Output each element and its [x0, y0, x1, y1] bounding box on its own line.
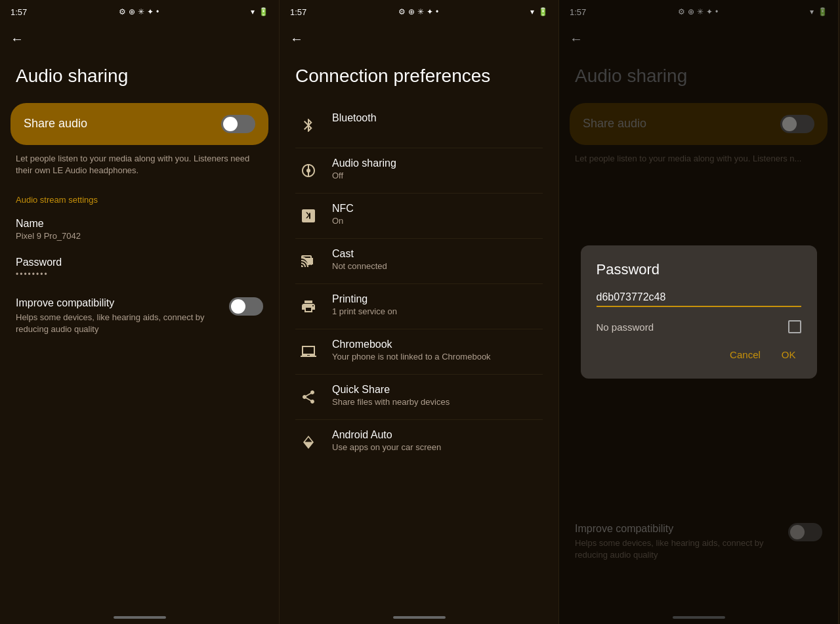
share-audio-toggle-left[interactable]: Share audio: [10, 103, 268, 145]
password-value: ••••••••: [16, 270, 263, 279]
no-password-label: No password: [597, 322, 654, 333]
cast-text: Cast Not connected: [332, 248, 543, 271]
status-right-middle: ▾ 🔋: [530, 7, 548, 16]
cast-subtitle: Not connected: [332, 261, 543, 271]
nfc-icon-mid: ✳: [417, 7, 424, 16]
quick-share-item[interactable]: Quick Share Share files with nearby devi…: [280, 375, 558, 419]
printing-text: Printing 1 print service on: [332, 293, 543, 316]
compat-text: Improve compatibility Helps some devices…: [16, 297, 219, 335]
nfc-subtitle: On: [332, 216, 543, 226]
printing-title: Printing: [332, 293, 543, 305]
dialog-title: Password: [597, 261, 801, 278]
toggle-knob-left: [223, 117, 238, 131]
compat-toggle-knob: [231, 299, 245, 314]
bluetooth-title: Bluetooth: [332, 112, 543, 124]
chromebook-text: Chromebook Your phone is not linked to a…: [332, 339, 543, 362]
chromebook-icon: [295, 339, 322, 365]
status-icons-middle: ⚙ ⊕ ✳ ✦ •: [398, 7, 438, 16]
password-item[interactable]: Password ••••••••: [0, 249, 279, 287]
android-auto-subtitle: Use apps on your car screen: [332, 442, 543, 452]
cast-title: Cast: [332, 248, 543, 260]
status-time-left: 1:57: [10, 7, 27, 17]
right-panel: 1:57 ⚙ ⊕ ✳ ✦ • ▾ 🔋 ← Audio sharing Share…: [559, 0, 839, 624]
quick-share-subtitle: Share files with nearby devices: [332, 397, 543, 407]
nfc-text: NFC On: [332, 203, 543, 226]
password-dialog: Password No password Cancel OK: [581, 245, 817, 379]
status-bar-left: 1:57 ⚙ ⊕ ✳ ✦ • ▾ 🔋: [0, 0, 279, 24]
middle-panel: 1:57 ⚙ ⊕ ✳ ✦ • ▾ 🔋 ← Connection preferen…: [280, 0, 559, 624]
nfc-title: NFC: [332, 203, 543, 215]
audio-sharing-text: Audio sharing Off: [332, 157, 543, 180]
asterisk-icon-mid: ✦: [427, 7, 433, 16]
dialog-overlay: Password No password Cancel OK: [559, 0, 838, 624]
bottom-bar-middle: [393, 616, 446, 619]
compat-toggle-switch[interactable]: [229, 297, 263, 316]
name-label: Name: [16, 218, 263, 230]
password-label: Password: [16, 257, 263, 268]
dot-status-icon: •: [156, 7, 159, 16]
bluetooth-icon: [295, 112, 322, 138]
toggle-switch-left[interactable]: [221, 115, 255, 133]
back-button-left[interactable]: ←: [0, 24, 279, 54]
status-icons-left: ⚙ ⊕ ✳ ✦ •: [119, 7, 159, 16]
wifi-icon-middle: ▾: [530, 7, 534, 16]
status-right-left: ▾ 🔋: [251, 7, 268, 16]
nfc-status-icon: ✳: [138, 7, 144, 16]
settings-status-icon: ⚙: [119, 7, 126, 16]
audio-sharing-icon: [295, 157, 322, 184]
chromebook-title: Chromebook: [332, 339, 543, 350]
asterisk-status-icon: ✦: [147, 7, 154, 16]
no-password-checkbox[interactable]: [788, 320, 801, 333]
android-auto-text: Android Auto Use apps on your car screen: [332, 429, 543, 452]
cast-icon: [295, 248, 322, 274]
left-panel: 1:57 ⚙ ⊕ ✳ ✦ • ▾ 🔋 ← Audio sharing Share…: [0, 0, 280, 624]
quick-share-icon: [295, 384, 322, 410]
print-icon: [295, 293, 322, 320]
nfc-item[interactable]: NFC On: [280, 194, 558, 238]
page-title-middle: Connection preferences: [280, 54, 558, 103]
status-bar-middle: 1:57 ⚙ ⊕ ✳ ✦ • ▾ 🔋: [280, 0, 558, 24]
name-value: Pixel 9 Pro_7042: [16, 231, 263, 241]
printing-item[interactable]: Printing 1 print service on: [280, 284, 558, 329]
share-audio-label-left: Share audio: [24, 117, 87, 131]
nfc-icon: [295, 203, 322, 229]
dot-icon-mid: •: [436, 7, 438, 16]
audio-stream-section-header: Audio stream settings: [0, 184, 279, 210]
android-auto-item[interactable]: Android Auto Use apps on your car screen: [280, 420, 558, 465]
improve-compat-row[interactable]: Improve compatibility Helps some devices…: [0, 287, 279, 346]
android-auto-icon: [295, 429, 322, 455]
quick-share-text: Quick Share Share files with nearby devi…: [332, 384, 543, 407]
vpn-status-icon: ⊕: [129, 7, 135, 16]
no-password-row: No password: [597, 320, 801, 333]
cast-item[interactable]: Cast Not connected: [280, 239, 558, 283]
back-button-middle[interactable]: ←: [280, 24, 558, 54]
bottom-bar-left: [114, 616, 166, 619]
dialog-buttons: Cancel OK: [597, 346, 801, 363]
vpn-icon-mid: ⊕: [408, 7, 415, 16]
quick-share-title: Quick Share: [332, 384, 543, 396]
settings-icon-mid: ⚙: [398, 7, 406, 16]
wifi-icon-left: ▾: [251, 7, 255, 16]
battery-icon-middle: 🔋: [538, 7, 548, 16]
page-title-left: Audio sharing: [0, 54, 279, 103]
android-auto-title: Android Auto: [332, 429, 543, 441]
password-input[interactable]: [597, 289, 801, 307]
compat-title: Improve compatibility: [16, 297, 219, 309]
audio-sharing-title: Audio sharing: [332, 157, 543, 169]
share-audio-description-left: Let people listen to your media along wi…: [0, 145, 279, 184]
cancel-button[interactable]: Cancel: [724, 346, 766, 363]
bluetooth-item[interactable]: Bluetooth: [280, 103, 558, 148]
ok-button[interactable]: OK: [776, 346, 801, 363]
printing-subtitle: 1 print service on: [332, 306, 543, 316]
audio-sharing-subtitle: Off: [332, 171, 543, 180]
name-item[interactable]: Name Pixel 9 Pro_7042: [0, 210, 279, 249]
chromebook-subtitle: Your phone is not linked to a Chromebook: [332, 352, 543, 362]
status-time-middle: 1:57: [290, 7, 306, 17]
battery-icon-left: 🔋: [259, 7, 268, 16]
chromebook-item[interactable]: Chromebook Your phone is not linked to a…: [280, 329, 558, 374]
audio-sharing-item[interactable]: Audio sharing Off: [280, 148, 558, 193]
bluetooth-text: Bluetooth: [332, 112, 543, 124]
compat-desc: Helps some devices, like hearing aids, c…: [16, 312, 219, 335]
